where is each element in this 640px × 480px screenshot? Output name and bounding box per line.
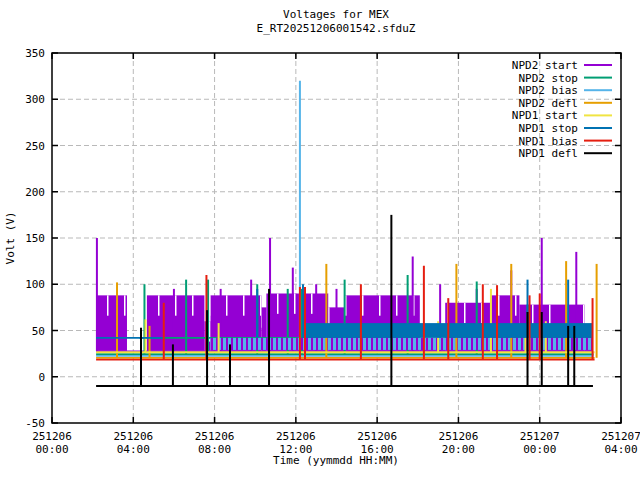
x-tick-label-date: 251206 bbox=[439, 430, 479, 443]
x-tick-label-date: 251207 bbox=[601, 430, 640, 443]
y-tick-label: 200 bbox=[25, 186, 45, 199]
band-segment bbox=[302, 323, 593, 338]
x-tick-label-date: 251206 bbox=[357, 430, 397, 443]
x-tick-label-date: 251206 bbox=[32, 430, 72, 443]
y-tick-label: 250 bbox=[25, 140, 45, 153]
band-notches bbox=[211, 295, 262, 315]
gnuplot-window: { "window": { "width": 640, "height": 48… bbox=[0, 0, 640, 480]
x-tick-label-time: 12:00 bbox=[279, 443, 312, 456]
legend-label: NPD2 defl bbox=[518, 97, 578, 110]
y-tick-label: -50 bbox=[25, 417, 45, 430]
band-notches bbox=[266, 294, 328, 314]
x-tick-label-time: 00:00 bbox=[35, 443, 68, 456]
y-axis-label: Volt (V) bbox=[4, 212, 17, 265]
band-segment bbox=[211, 338, 593, 350]
band-notches bbox=[96, 295, 127, 315]
y-tick-label: 350 bbox=[25, 47, 45, 60]
chart-title: Voltages for MEX bbox=[283, 8, 389, 21]
x-tick-label-date: 251206 bbox=[113, 430, 153, 443]
x-tick-label-time: 00:00 bbox=[523, 443, 556, 456]
chart-subtitle: E_RT20251206001542.sfduZ bbox=[257, 22, 416, 35]
band-notches bbox=[261, 307, 266, 327]
y-tick-label: 150 bbox=[25, 232, 45, 245]
voltage-chart: Voltages for MEX E_RT20251206001542.sfdu… bbox=[0, 0, 640, 480]
legend-label: NPD2 bias bbox=[518, 84, 578, 97]
legend-label: NPD2 start bbox=[512, 59, 578, 72]
y-tick-label: 50 bbox=[32, 325, 45, 338]
legend-label: NPD2 stop bbox=[518, 72, 578, 85]
band-notches bbox=[445, 303, 491, 323]
x-tick-label-date: 251206 bbox=[276, 430, 316, 443]
band-notches bbox=[147, 295, 205, 315]
legend-label: NPD1 start bbox=[512, 109, 578, 122]
x-tick-label-time: 16:00 bbox=[361, 443, 394, 456]
y-tick-label: 100 bbox=[25, 278, 45, 291]
x-tick-label-date: 251206 bbox=[195, 430, 235, 443]
y-tick-label: 0 bbox=[38, 371, 45, 384]
legend-label: NPD1 stop bbox=[518, 122, 578, 135]
legend-label: NPD1 bias bbox=[518, 135, 578, 148]
x-tick-label-time: 04:00 bbox=[604, 443, 637, 456]
legend-label: NPD1 defl bbox=[518, 147, 578, 160]
x-tick-label-time: 20:00 bbox=[442, 443, 475, 456]
x-tick-label-date: 251207 bbox=[520, 430, 560, 443]
y-tick-label: 300 bbox=[25, 93, 45, 106]
band-notches bbox=[491, 295, 519, 315]
x-tick-label-time: 08:00 bbox=[198, 443, 231, 456]
x-tick-label-time: 04:00 bbox=[117, 443, 150, 456]
